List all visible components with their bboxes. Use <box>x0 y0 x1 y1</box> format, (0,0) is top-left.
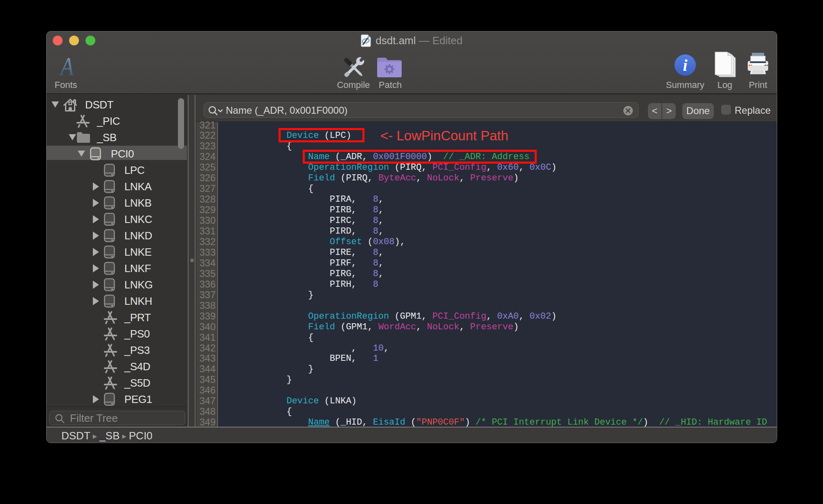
svg-text:A: A <box>59 55 74 77</box>
svg-text:i: i <box>683 56 687 74</box>
